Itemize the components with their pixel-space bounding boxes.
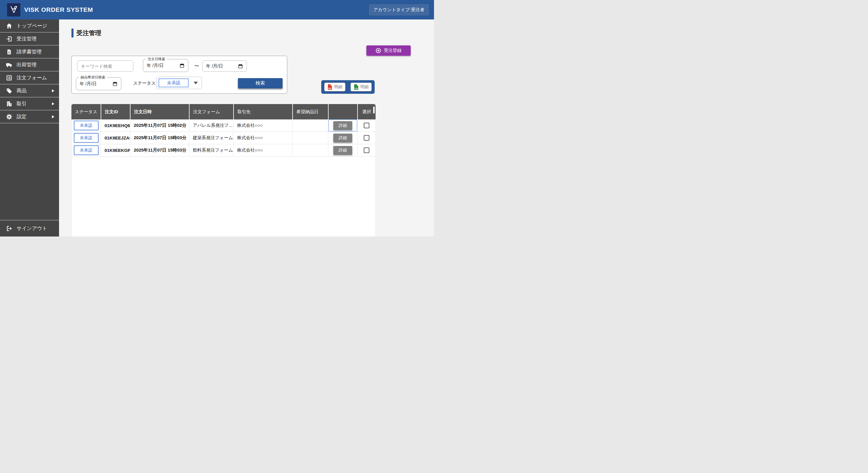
sidebar-item-order-form[interactable]: 注文フォーム (0, 71, 59, 85)
order-id-cell: 01K9EEJZAC (101, 132, 130, 144)
order-intake-icon (6, 36, 12, 42)
sidebar-spacer (0, 123, 59, 220)
search-button[interactable]: 検索 (238, 78, 283, 89)
pdf-export-button[interactable]: PDF 明細 (324, 82, 345, 92)
order-form-cell: 飲料系発注フォーム (189, 144, 233, 156)
calendar-icon[interactable] (113, 81, 118, 87)
status-badge-button[interactable]: 未承認 (74, 133, 99, 143)
sidebar-item-label: 出荷管理 (17, 61, 37, 68)
csv-file-icon: CSV (354, 84, 359, 90)
status-select[interactable]: 未承認 (156, 77, 202, 89)
order-id-cell: 01K9EEHQ64 (101, 120, 130, 132)
keyword-search-input[interactable] (77, 61, 133, 72)
order-date-from-field[interactable]: 注文日検索 年 /月/日 (143, 59, 188, 72)
sidebar-item-shipping-management[interactable]: 出荷管理 (0, 58, 59, 71)
sidebar-item-products[interactable]: 商品 (0, 85, 59, 97)
app-window: VISK ORDER SYSTEM アカウントタイプ:受注者 トップページ 受注… (0, 0, 434, 236)
sidebar-item-top-page[interactable]: トップページ (0, 20, 59, 32)
app-logo (7, 3, 20, 16)
sidebar-item-label: 注文フォーム (17, 74, 47, 81)
status-badge-button[interactable]: 未承認 (74, 121, 99, 130)
calendar-icon[interactable] (180, 63, 185, 68)
client-cell: 株式会社○○○ (233, 132, 292, 144)
select-cell (357, 144, 376, 156)
column-header-order-id: 注文ID (101, 104, 130, 120)
sidebar-item-label: 請求書管理 (17, 48, 42, 55)
table-body: 未承認 01K9EEHQ64 2025年11月07日 15時02分 アパレル系発… (71, 120, 376, 157)
home-icon (6, 23, 12, 29)
svg-text:CSV: CSV (354, 88, 358, 89)
title-accent-bar (71, 29, 73, 37)
csv-export-label: 明細 (361, 85, 369, 90)
gear-icon (6, 113, 12, 120)
status-cell: 未承認 (71, 144, 101, 156)
date-range-separator: 〜 (194, 63, 199, 69)
csv-export-button[interactable]: CSV 明細 (350, 82, 372, 92)
sidebar-item-settings[interactable]: 設定 (0, 110, 59, 123)
sidebar-item-label: 設定 (17, 113, 27, 120)
building-icon (6, 101, 12, 107)
svg-text:PDF: PDF (328, 88, 332, 89)
date-placeholder-text: 年 /月/日 (147, 63, 164, 68)
caret-down-icon (194, 82, 198, 85)
table-header-row: ステータス 注文ID 注文日時 注文フォーム 取引先 希望納品日 選択 (71, 104, 376, 120)
detail-button[interactable]: 詳細 (333, 146, 352, 155)
delivery-date-cell (292, 132, 328, 144)
row-select-checkbox[interactable] (364, 135, 369, 141)
column-header-select: 選択 (357, 104, 376, 120)
date-placeholder-text: 年 /月/日 (80, 81, 97, 87)
sidebar: トップページ 受注管理 請求書管理 出荷管理 注文フォーム (0, 20, 59, 236)
chevron-right-icon (52, 115, 54, 118)
order-datetime-cell: 2025年11月07日 15時03分 (130, 132, 189, 144)
column-header-order-form: 注文フォーム (189, 104, 233, 120)
row-select-checkbox[interactable] (364, 123, 369, 128)
sidebar-item-label: 取引 (17, 100, 27, 107)
delivery-date-field-label: 納品希望日検索 (79, 75, 107, 80)
detail-button[interactable]: 詳細 (333, 121, 352, 130)
sidebar-item-transactions[interactable]: 取引 (0, 97, 59, 110)
truck-icon (6, 62, 12, 68)
order-date-field-label: 注文日検索 (146, 57, 167, 62)
calendar-icon[interactable] (238, 64, 243, 69)
sidebar-item-label: 受注管理 (17, 35, 37, 42)
order-form-cell: アパレル系発注フ... (189, 120, 233, 132)
order-register-label: 受注登録 (384, 48, 402, 54)
column-header-delivery-date: 希望納品日 (292, 104, 328, 120)
select-cell (357, 120, 376, 132)
column-header-client: 取引先 (233, 104, 292, 120)
order-form-cell: 建築系発注フォーム (189, 132, 233, 144)
order-date-to-field[interactable]: 年 /月/日 (202, 61, 247, 72)
status-select-value: 未承認 (159, 78, 189, 87)
delivery-date-field[interactable]: 納品希望日検索 年 /月/日 (76, 77, 121, 90)
page-title: 受注管理 (76, 29, 101, 37)
column-header-order-datetime: 注文日時 (130, 104, 189, 120)
order-register-button[interactable]: 受注登録 (366, 45, 411, 56)
sidebar-item-invoice-management[interactable]: 請求書管理 (0, 45, 59, 58)
status-badge-button[interactable]: 未承認 (74, 145, 99, 155)
detail-cell: 詳細 (328, 144, 357, 156)
column-header-status: ステータス (71, 104, 101, 120)
pdf-file-icon: PDF (328, 84, 333, 90)
table-scrollbar-thumb[interactable] (373, 106, 375, 113)
client-cell: 株式会社○○○ (233, 120, 292, 132)
status-cell: 未承認 (71, 132, 101, 144)
select-cell (357, 132, 376, 144)
plus-circle-icon (376, 48, 381, 54)
sidebar-item-order-management[interactable]: 受注管理 (0, 32, 59, 45)
sidebar-item-label: 商品 (17, 87, 27, 94)
row-select-checkbox[interactable] (364, 147, 369, 153)
invoice-icon (6, 49, 12, 55)
status-filter-label: ステータス: (133, 80, 157, 86)
chevron-right-icon (52, 102, 54, 105)
detail-button[interactable]: 詳細 (333, 134, 352, 142)
table-row: 未承認 01K9EEJZAC 2025年11月07日 15時03分 建築系発注フ… (71, 132, 376, 144)
top-bar: VISK ORDER SYSTEM アカウントタイプ:受注者 (0, 0, 434, 20)
delivery-date-cell (292, 144, 328, 156)
pdf-export-label: 明細 (334, 85, 342, 90)
sidebar-item-signout[interactable]: サインアウト (0, 220, 59, 236)
detail-cell: 詳細 (328, 120, 357, 132)
delivery-date-cell (292, 120, 328, 132)
tag-icon (6, 88, 12, 94)
date-placeholder-text: 年 /月/日 (206, 63, 223, 69)
signout-label: サインアウト (17, 225, 47, 232)
